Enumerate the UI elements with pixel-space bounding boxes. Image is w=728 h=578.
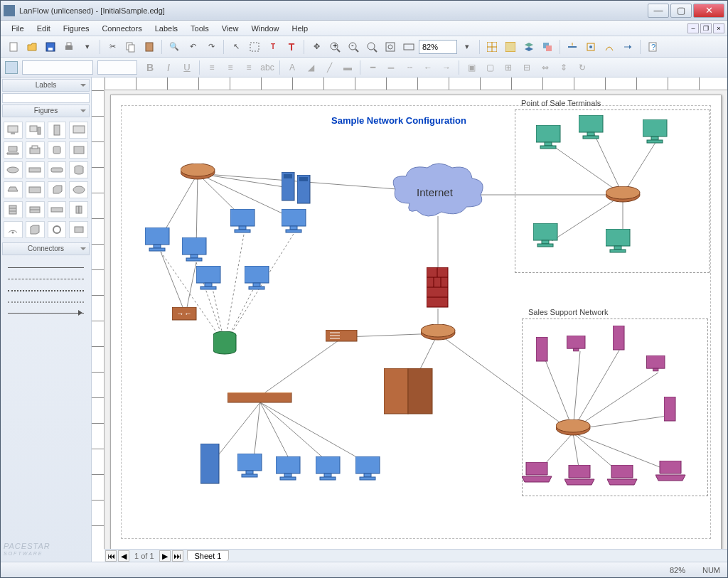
line-style1[interactable]: ━ — [364, 60, 381, 75]
route-button[interactable] — [619, 38, 636, 55]
mdi-restore[interactable]: ❐ — [700, 23, 712, 33]
shape-bridge[interactable] — [26, 181, 45, 198]
pan-button[interactable]: ✥ — [308, 38, 325, 55]
shape-cube[interactable] — [48, 181, 67, 198]
node-switch-2[interactable] — [326, 330, 358, 344]
color-swatch[interactable] — [5, 61, 18, 74]
cut-button[interactable]: ✂ — [104, 38, 121, 55]
menu-help[interactable]: Help — [286, 23, 315, 34]
bring-front-button[interactable]: ▣ — [463, 60, 480, 75]
node-pc-1[interactable] — [145, 228, 173, 255]
node-pos-1[interactable] — [536, 125, 564, 152]
save-button[interactable] — [42, 38, 59, 55]
shape-phone[interactable] — [48, 141, 67, 159]
sheet-first[interactable]: ⏮ — [105, 550, 117, 562]
shape-switch[interactable] — [26, 161, 45, 178]
open-button[interactable] — [23, 38, 41, 55]
shape-rack[interactable] — [26, 201, 45, 218]
node-pc-10[interactable] — [355, 456, 384, 483]
connector-dotted-light[interactable] — [5, 296, 87, 306]
underline-button[interactable]: U — [178, 60, 196, 75]
text-color-button[interactable]: A — [284, 60, 301, 75]
align-right-button[interactable]: ≡ — [240, 60, 257, 75]
menu-file[interactable]: File — [5, 23, 31, 34]
snap-button[interactable] — [502, 38, 519, 55]
node-pc-8[interactable] — [276, 456, 304, 483]
shape-terminal[interactable] — [69, 122, 88, 139]
zoom-page-button[interactable] — [382, 38, 399, 55]
node-database[interactable] — [213, 331, 237, 358]
node-sales-laptop-1[interactable] — [522, 462, 553, 485]
shape-server[interactable] — [48, 122, 67, 139]
select-rect-button[interactable] — [246, 38, 263, 55]
node-server-2[interactable] — [297, 175, 311, 206]
help-button[interactable]: ? — [644, 38, 661, 55]
node-pc-9[interactable] — [316, 456, 344, 483]
menu-edit[interactable]: Edit — [31, 23, 57, 34]
shape-laptop[interactable] — [4, 141, 23, 159]
italic-button[interactable]: I — [160, 60, 177, 75]
connector-arrow[interactable] — [5, 308, 87, 318]
layers-button[interactable] — [520, 38, 537, 55]
shape-fax[interactable] — [69, 141, 88, 159]
print-button[interactable] — [60, 38, 77, 55]
node-sales-tower-3[interactable] — [664, 397, 677, 424]
node-sales-laptop-4[interactable] — [655, 461, 687, 483]
shape-monitor[interactable] — [4, 122, 23, 139]
flow-button[interactable] — [601, 38, 618, 55]
shadow-button[interactable]: ▬ — [339, 60, 356, 75]
node-pc-7[interactable] — [237, 454, 266, 481]
flip-h-button[interactable]: ⇔ — [537, 60, 554, 75]
sheet-prev[interactable]: ◀ — [118, 550, 129, 562]
close-button[interactable]: ✕ — [693, 4, 724, 18]
node-pos-3[interactable] — [643, 119, 671, 146]
diagram-title[interactable]: Sample Network Configuration — [331, 115, 466, 126]
node-pos-2[interactable] — [579, 115, 607, 142]
line-style2[interactable]: ═ — [382, 60, 400, 75]
node-firewall[interactable] — [427, 267, 449, 310]
sheet-tab-1[interactable]: Sheet 1 — [187, 550, 230, 561]
size-combo[interactable] — [97, 60, 137, 75]
node-switch-1[interactable] — [172, 307, 199, 323]
connectors-panel-header[interactable]: Connectors — [2, 242, 90, 255]
node-rack[interactable] — [384, 368, 434, 417]
shape-hub[interactable] — [48, 161, 67, 178]
minimize-button[interactable]: — — [648, 4, 669, 18]
shape-disk[interactable] — [26, 221, 45, 238]
node-sales-laptop-2[interactable] — [564, 465, 596, 488]
zoom-in-button[interactable]: + — [326, 38, 343, 55]
mdi-minimize[interactable]: – — [687, 23, 699, 33]
undo-button[interactable]: ↶ — [184, 38, 201, 55]
node-sales-router[interactable] — [556, 419, 592, 438]
arrow-right-button[interactable]: → — [438, 60, 455, 75]
node-router-1[interactable] — [181, 164, 216, 182]
node-server-1[interactable] — [282, 172, 296, 203]
shape-wireless[interactable] — [4, 221, 23, 238]
shape-pc[interactable] — [26, 122, 45, 139]
align-button[interactable] — [564, 38, 581, 55]
shape-database[interactable] — [69, 161, 88, 178]
zoom-input[interactable]: 82% — [419, 40, 457, 54]
shape-printer[interactable] — [26, 141, 45, 159]
node-pc-3[interactable] — [230, 209, 259, 236]
labels-panel-header[interactable]: Labels — [2, 79, 90, 92]
node-sales-tower-1[interactable] — [536, 337, 549, 364]
arrow-left-button[interactable]: ← — [419, 60, 437, 75]
node-pc-6[interactable] — [245, 266, 273, 293]
zoom-dropdown[interactable]: ▾ — [459, 38, 476, 55]
shape-wall[interactable] — [69, 201, 88, 218]
page[interactable]: Sample Network Configuration Point of Sa… — [110, 95, 722, 549]
node-sales-mon-1[interactable] — [566, 336, 590, 358]
figures-panel-header[interactable]: Figures — [2, 105, 90, 117]
flip-v-button[interactable]: ⇕ — [555, 60, 572, 75]
canvas[interactable]: Sample Network Configuration Point of Sa… — [105, 90, 727, 549]
connector-solid[interactable] — [5, 262, 87, 272]
stack-button[interactable] — [539, 38, 556, 55]
paste-button[interactable] — [141, 38, 158, 55]
node-router-2[interactable] — [421, 324, 456, 343]
shape-firewall[interactable] — [4, 201, 23, 218]
abc-button[interactable]: abc — [259, 60, 276, 75]
group-button[interactable]: ⊞ — [500, 60, 517, 75]
node-pc-4[interactable] — [282, 209, 310, 236]
font-combo[interactable] — [22, 60, 93, 75]
